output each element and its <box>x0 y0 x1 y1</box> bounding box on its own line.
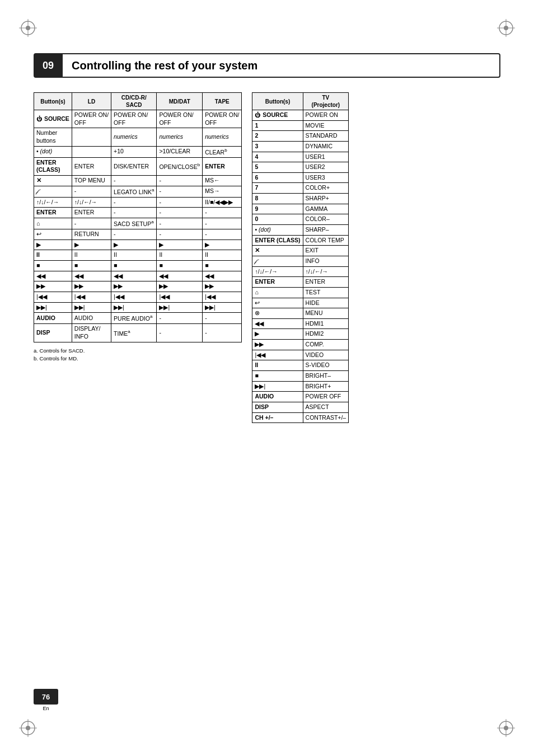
corner-mark-br <box>495 717 517 739</box>
table-row: II S-VIDEO <box>252 360 349 371</box>
table-row: • (dot) +10 >10/CLEAR CLEARb <box>34 146 242 157</box>
table-row: ✕ TOP MENU - - MS← <box>34 175 242 186</box>
col-header-tape: TAPE <box>203 93 242 110</box>
table-row: 9 GAMMA <box>252 204 349 214</box>
corner-mark-tr <box>495 17 517 39</box>
table-row: 2 STANDARD <box>252 131 349 142</box>
table-row: ⌂ TEST <box>252 287 349 298</box>
left-data-table: Button(s) LD CD/CD-R/SACD MD/DAT TAPE ⏻ … <box>34 92 242 342</box>
right-table: Button(s) TV(Projector) ⏻ SOURCE POWER O… <box>252 92 349 423</box>
section-number: 09 <box>34 53 63 78</box>
section-title-wrap: Controlling the rest of your system <box>63 53 500 78</box>
col-header-btn2: Button(s) <box>252 93 303 110</box>
col-header-md: MD/DAT <box>157 93 203 110</box>
table-row: ◀◀ HDMI1 <box>252 318 349 329</box>
left-table: Button(s) LD CD/CD-R/SACD MD/DAT TAPE ⏻ … <box>34 92 242 363</box>
table-row: 7 COLOR+ <box>252 183 349 194</box>
table-row: ⊗ MENU <box>252 308 349 319</box>
table-row: 6 USER3 <box>252 172 349 183</box>
table-row: |◀◀ |◀◀ |◀◀ |◀◀ |◀◀ <box>34 292 242 303</box>
table-row: ■ BRIGHT– <box>252 371 349 382</box>
table-row: CH +/– CONTRAST+/– <box>252 412 349 423</box>
table-row: ENTER ENTER - - - <box>34 208 242 218</box>
footnote-b: b. Controls for MD. <box>34 355 242 363</box>
corner-mark-bl <box>17 717 39 739</box>
table-row: 8 SHARP+ <box>252 194 349 204</box>
table-row: DISP ASPECT <box>252 402 349 412</box>
table-row: AUDIO POWER OFF <box>252 392 349 402</box>
table-row: • (dot) SHARP– <box>252 225 349 236</box>
tables-container: Button(s) LD CD/CD-R/SACD MD/DAT TAPE ⏻ … <box>34 92 500 423</box>
table-row: ▶ HDMI2 <box>252 329 349 340</box>
table-row: ⏻ SOURCE POWER ON/OFF POWER ON/OFF POWER… <box>34 110 242 128</box>
table-row: AUDIO AUDIO PURE AUDIOa - - <box>34 313 242 324</box>
table-row: 𝒻 INFO <box>252 256 349 266</box>
table-row: ▶▶| ▶▶| ▶▶| ▶▶| ▶▶| <box>34 302 242 313</box>
table-row: 1 MOVIE <box>252 120 349 131</box>
col-header-ld: LD <box>72 93 111 110</box>
table-row: 3 DYNAMIC <box>252 141 349 152</box>
table-row: 5 USER2 <box>252 162 349 173</box>
table-row: ENTER(CLASS) ENTER DISK/ENTER OPEN/CLOSE… <box>34 157 242 175</box>
table-row: 4 USER1 <box>252 152 349 162</box>
table-row: ENTER (CLASS) COLOR TEMP <box>252 235 349 246</box>
corner-mark-tl <box>17 17 39 39</box>
page-number-box: 76 En <box>34 689 58 711</box>
col-header-cd: CD/CD-R/SACD <box>111 93 157 110</box>
table-row: ▶▶| BRIGHT+ <box>252 381 349 392</box>
footnote-a: a. Controls for SACD. <box>34 347 242 355</box>
page-lang: En <box>34 706 58 711</box>
table-row: ⏻ SOURCE POWER ON <box>252 110 349 121</box>
table-row: ▶▶ COMP. <box>252 340 349 350</box>
table-row: Numberbuttons numerics numerics numerics <box>34 128 242 146</box>
table-row: II II II II II <box>34 250 242 261</box>
table-row: ENTER ENTER <box>252 277 349 288</box>
right-data-table: Button(s) TV(Projector) ⏻ SOURCE POWER O… <box>252 92 349 423</box>
table-row: ↑/↓/←/→ ↑/↓/←/→ - - II/■/◀◀▶▶ <box>34 197 242 208</box>
page-header: 09 Controlling the rest of your system <box>34 53 500 78</box>
table-row: 0 COLOR– <box>252 214 349 225</box>
col-header-tv: TV(Projector) <box>303 93 349 110</box>
table-row: ✕ EXIT <box>252 246 349 256</box>
table-row: ▶▶ ▶▶ ▶▶ ▶▶ ▶▶ <box>34 281 242 292</box>
table-row: 𝒻 - LEGATO LINKa - MS→ <box>34 186 242 197</box>
col-header-buttons: Button(s) <box>34 93 72 110</box>
table-row: ↩ HIDE <box>252 298 349 308</box>
section-title: Controlling the rest of your system <box>72 59 257 72</box>
table-row: ◀◀ ◀◀ ◀◀ ◀◀ ◀◀ <box>34 271 242 281</box>
footnotes: a. Controls for SACD. b. Controls for MD… <box>34 347 242 363</box>
table-row: DISP DISPLAY/INFO TIMEa - - <box>34 324 242 342</box>
table-row: |◀◀ VIDEO <box>252 350 349 360</box>
table-row: ▶ ▶ ▶ ▶ ▶ <box>34 240 242 250</box>
table-row: ↩ RETURN - - - <box>34 229 242 240</box>
table-row: ⌂ - SACD SETUPa - - <box>34 218 242 229</box>
table-row: ■ ■ ■ ■ ■ <box>34 261 242 271</box>
page-number: 76 <box>34 689 58 705</box>
main-content: Button(s) LD CD/CD-R/SACD MD/DAT TAPE ⏻ … <box>34 92 500 423</box>
table-row: ↑/↓/←/→ ↑/↓/←/→ <box>252 266 349 277</box>
